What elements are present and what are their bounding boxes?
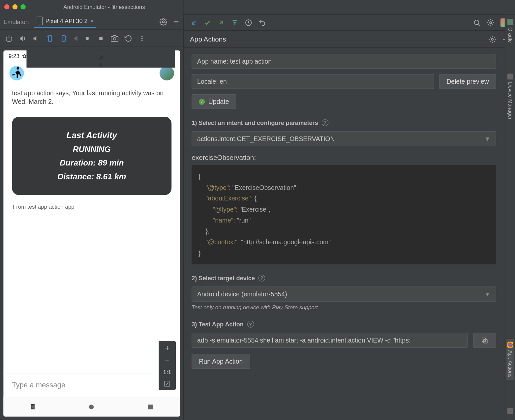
- zoom-out-button[interactable]: −: [165, 356, 170, 365]
- arrow-in-icon[interactable]: [231, 18, 239, 26]
- gear-icon[interactable]: [160, 18, 167, 25]
- assistant-icon: [507, 342, 513, 347]
- device-icon: [507, 74, 513, 79]
- overview-icon[interactable]: [97, 34, 105, 42]
- gradle-icon: [507, 19, 513, 25]
- copy-button[interactable]: [473, 333, 496, 347]
- fullscreen-icon[interactable]: [164, 380, 171, 387]
- panel-header: App Actions: [184, 31, 515, 48]
- vol-down-icon[interactable]: [33, 34, 40, 42]
- message-composer[interactable]: Type a message: [3, 373, 154, 397]
- help-icon[interactable]: ?: [247, 321, 254, 328]
- min-dot[interactable]: [13, 4, 18, 10]
- clock-icon[interactable]: [245, 18, 252, 26]
- nav-overview-icon[interactable]: [148, 405, 153, 409]
- emulator-tabs: Emulator: Pixel 4 API 30 2 ×: [0, 14, 184, 30]
- nav-back-icon[interactable]: [31, 404, 35, 409]
- gear-icon[interactable]: [487, 18, 494, 26]
- device-select[interactable]: Android device (emulator-5554) ▼: [192, 286, 496, 301]
- phone-icon: [37, 17, 43, 25]
- help-icon[interactable]: ?: [258, 275, 265, 282]
- running-fab[interactable]: [10, 66, 24, 80]
- arrow-down-left-icon[interactable]: [190, 18, 197, 26]
- gear-icon[interactable]: [489, 35, 496, 43]
- run-app-action-button[interactable]: Run App Action: [192, 354, 250, 369]
- svg-point-11: [17, 67, 19, 69]
- checkmark-icon[interactable]: [204, 18, 211, 26]
- ide-action-bar: [184, 15, 515, 31]
- wifi-icon: ▾: [99, 50, 102, 51]
- svg-point-10: [141, 40, 143, 41]
- adb-command-input[interactable]: adb -s emulator-5554 shell am start -a a…: [192, 333, 468, 347]
- status-time: 9:23: [9, 53, 19, 59]
- vol-up-icon[interactable]: [19, 34, 26, 42]
- param-label: exerciseObservation:: [192, 154, 496, 162]
- rotate-right-icon[interactable]: [60, 34, 68, 42]
- home-icon[interactable]: [83, 34, 91, 42]
- right-sidebar: Gradle Device Manager App Actions: [505, 15, 515, 420]
- svg-rect-6: [99, 37, 103, 40]
- arrow-up-right-icon[interactable]: [217, 18, 225, 26]
- from-text: From test app action app: [3, 201, 180, 212]
- sidebar-device-manager[interactable]: Device Manager: [506, 71, 514, 122]
- activity-card[interactable]: Last Activity RUNNING Duration: 89 min D…: [12, 117, 171, 195]
- sidebar-gradle[interactable]: Gradle: [506, 16, 514, 45]
- device-tab-label: Pixel 4 API 30 2: [45, 17, 87, 24]
- undo-icon[interactable]: [258, 18, 266, 26]
- search-icon[interactable]: [473, 18, 481, 26]
- minimize-icon[interactable]: [172, 18, 180, 25]
- svg-point-9: [141, 38, 143, 39]
- delete-preview-button[interactable]: Delete preview: [439, 74, 496, 89]
- emulator-label: Emulator:: [3, 18, 29, 25]
- placeholder-icon: [507, 408, 513, 414]
- nav-home-icon[interactable]: [89, 405, 94, 409]
- assistant-message: test app action says, Your last running …: [3, 85, 180, 110]
- card-activity: RUNNING: [16, 144, 167, 154]
- panel-body: App name: test app action Locale: en Del…: [184, 48, 515, 420]
- zoom-in-button[interactable]: +: [165, 344, 170, 352]
- sidebar-extra[interactable]: [506, 405, 514, 417]
- close-icon[interactable]: ×: [90, 17, 94, 24]
- svg-point-14: [474, 20, 479, 24]
- app-actions-panel: App Actions App name: test app action Lo…: [184, 0, 515, 420]
- composer-placeholder: Type a message: [12, 381, 65, 389]
- card-duration: Duration: 89 min: [16, 158, 167, 167]
- traffic-lights[interactable]: [4, 4, 26, 10]
- locale-input[interactable]: Locale: en: [192, 74, 434, 89]
- max-dot[interactable]: [20, 4, 26, 10]
- help-icon[interactable]: ?: [321, 119, 328, 126]
- rotate-left-icon[interactable]: [46, 34, 54, 42]
- camera-icon[interactable]: [111, 34, 118, 42]
- titlebar: Android Emulator - fitnessactions: [0, 0, 184, 14]
- close-dot[interactable]: [4, 4, 10, 10]
- chevron-down-icon: ▼: [484, 290, 491, 298]
- ide-spacer: [184, 0, 515, 15]
- zoom-level[interactable]: 1:1: [163, 369, 171, 375]
- status-bar: 9:23 ✿ ▾ ◢ ▮: [3, 50, 180, 62]
- svg-rect-3: [48, 35, 52, 41]
- svg-point-5: [86, 37, 89, 40]
- sidebar-app-actions[interactable]: App Actions: [506, 339, 514, 380]
- device-hint: Test only on running device with Play St…: [192, 304, 496, 310]
- device-tab[interactable]: Pixel 4 API 30 2 ×: [34, 15, 96, 28]
- update-button[interactable]: ✓ Update: [192, 94, 236, 109]
- check-circle-icon: ✓: [199, 99, 205, 105]
- device-screen[interactable]: 9:23 ✿ ▾ ◢ ▮ test app action says, Your …: [3, 50, 180, 417]
- json-editor[interactable]: { "@type": "ExerciseObservation", "about…: [192, 165, 496, 264]
- panel-title: App Actions: [190, 35, 226, 43]
- intent-select[interactable]: actions.intent.GET_EXERCISE_OBSERVATION …: [192, 131, 496, 146]
- back-icon[interactable]: [74, 36, 77, 41]
- app-name-input[interactable]: App name: test app action: [192, 54, 496, 69]
- copy-icon: [481, 336, 488, 344]
- settings-indicator-icon: ✿: [22, 53, 27, 59]
- card-title: Last Activity: [16, 130, 167, 140]
- nav-bar: [3, 397, 180, 417]
- history-icon[interactable]: [125, 34, 132, 42]
- avatar[interactable]: [160, 66, 174, 80]
- more-icon[interactable]: [138, 34, 146, 42]
- emulator-canvas: 9:23 ✿ ▾ ◢ ▮ test app action says, Your …: [0, 47, 184, 420]
- zoom-control: + − 1:1: [159, 341, 176, 390]
- power-icon[interactable]: [5, 34, 13, 42]
- svg-point-16: [491, 38, 493, 40]
- signal-icon: ◢: [99, 53, 103, 59]
